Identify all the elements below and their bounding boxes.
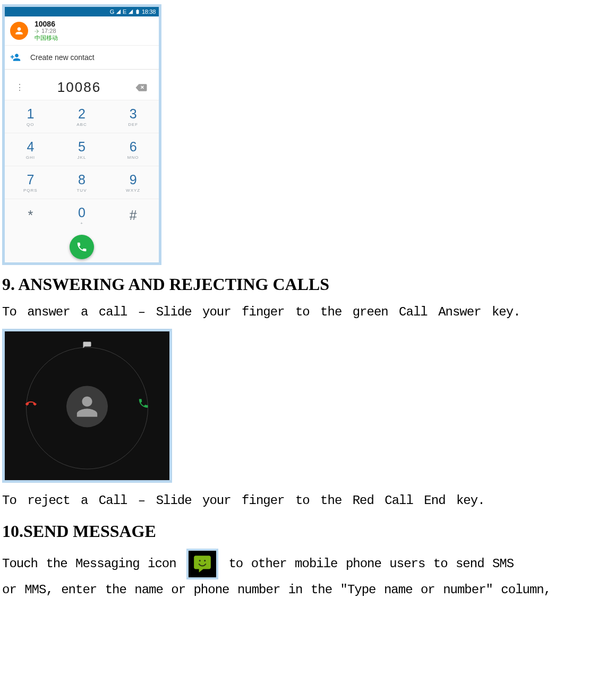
key-5[interactable]: 5JKL <box>56 133 108 166</box>
entered-number: 10086 <box>57 79 101 96</box>
dial-call-button[interactable] <box>70 235 94 259</box>
section-10-line2: or MMS, enter the name or phone number i… <box>2 579 596 601</box>
svg-rect-1 <box>137 9 138 10</box>
create-contact-label: Create new contact <box>30 53 95 62</box>
section-10-pre: Touch the Messaging icon <box>2 557 184 571</box>
answer-call-button[interactable] <box>138 397 149 411</box>
caller-avatar[interactable] <box>66 386 108 427</box>
add-contact-icon <box>10 52 21 63</box>
section-9-text-answer: To answer a call – Slide your finger to … <box>2 302 596 323</box>
reject-call-button[interactable] <box>25 397 37 411</box>
recent-call-card[interactable]: 10086 17:28 中国移动 <box>5 16 159 46</box>
section-10-heading: 10.SEND MESSAGE <box>2 522 596 541</box>
key-1[interactable]: 1QO <box>5 100 56 133</box>
number-entry-row: ⋮ 10086 <box>5 74 159 100</box>
messaging-app-icon[interactable] <box>186 549 218 579</box>
section-10-post: to other mobile phone users to send SMS <box>228 557 514 571</box>
signal-icon-2 <box>128 9 133 14</box>
status-bar: G E 18:38 <box>5 7 159 16</box>
svg-rect-0 <box>136 10 139 14</box>
key-8[interactable]: 8TUV <box>56 166 108 199</box>
section-9-text-reject: To reject a Call – Slide your finger to … <box>2 490 596 512</box>
outgoing-icon <box>33 28 39 34</box>
dial-keypad: 1QO 2ABC 3DEF 4GHI 5JKL 6MNO 7PQRS 8TUV … <box>5 100 159 232</box>
key-6[interactable]: 6MNO <box>107 133 159 166</box>
phone-icon <box>76 241 88 253</box>
incoming-call-figure <box>2 329 172 483</box>
network-label: G <box>110 8 114 15</box>
overflow-icon[interactable]: ⋮ <box>15 82 24 92</box>
key-2[interactable]: 2ABC <box>56 100 108 133</box>
signal-icon <box>116 9 121 14</box>
recent-number: 10086 <box>35 20 58 28</box>
key-star[interactable]: * <box>5 199 56 232</box>
key-4[interactable]: 4GHI <box>5 133 56 166</box>
key-9[interactable]: 9WXYZ <box>107 166 159 199</box>
section-9-heading: 9. ANSWERING AND REJECTING CALLS <box>2 275 596 294</box>
create-new-contact[interactable]: Create new contact <box>5 46 159 70</box>
dialer-screenshot: G E 18:38 10086 17:28 中国移动 Create new co… <box>2 4 161 265</box>
message-icon <box>192 554 212 574</box>
statusbar-time: 18:38 <box>142 8 156 15</box>
key-3[interactable]: 3DEF <box>107 100 159 133</box>
network-label-2: E <box>123 8 126 15</box>
svg-point-3 <box>204 560 206 561</box>
section-10-line1: Touch the Messaging icon to other mobile… <box>2 549 596 579</box>
battery-icon <box>135 9 140 14</box>
svg-point-2 <box>199 560 201 561</box>
backspace-button[interactable] <box>134 83 148 92</box>
avatar <box>10 22 28 40</box>
key-0[interactable]: 0+ <box>56 199 108 232</box>
recent-time: 17:28 <box>41 28 56 34</box>
key-hash[interactable]: # <box>107 199 159 232</box>
key-7[interactable]: 7PQRS <box>5 166 56 199</box>
recent-carrier: 中国移动 <box>35 34 58 42</box>
sms-reply-icon[interactable] <box>82 341 92 351</box>
